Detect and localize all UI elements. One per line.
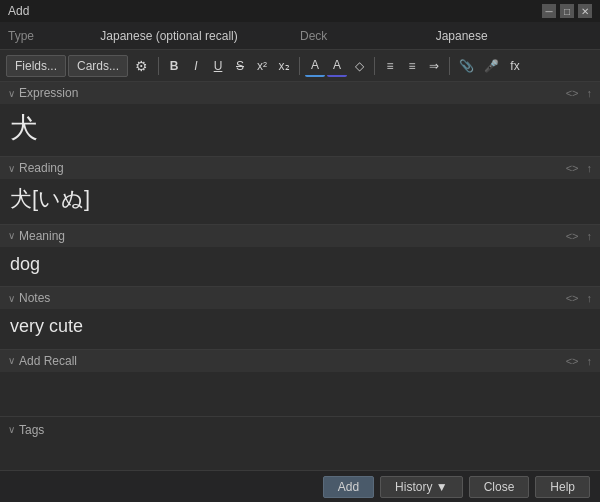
add-recall-header[interactable]: ∨ Add Recall <> ↑ xyxy=(0,350,600,372)
deck-section: Deck Japanese xyxy=(300,29,592,43)
help-button[interactable]: Help xyxy=(535,476,590,498)
expression-label: Expression xyxy=(19,86,78,100)
window-controls: ─ □ ✕ xyxy=(542,4,592,18)
minimize-button[interactable]: ─ xyxy=(542,4,556,18)
attach-button[interactable]: 📎 xyxy=(455,55,478,77)
notes-header[interactable]: ∨ Notes <> ↑ xyxy=(0,287,600,309)
cards-button[interactable]: Cards... xyxy=(68,55,128,77)
deck-label: Deck xyxy=(300,29,327,43)
font-color-icon: A xyxy=(311,58,319,72)
bold-button[interactable]: B xyxy=(164,55,184,77)
history-button[interactable]: History ▼ xyxy=(380,476,463,498)
add-recall-label: Add Recall xyxy=(19,354,77,368)
separator-1 xyxy=(158,57,159,75)
maximize-button[interactable]: □ xyxy=(560,4,574,18)
subscript-button[interactable]: x₂ xyxy=(274,55,294,77)
notes-code-icon: <> xyxy=(566,292,579,304)
add-recall-content[interactable] xyxy=(0,372,600,416)
type-label: Type xyxy=(8,29,34,43)
bottom-bar: Add History ▼ Close Help xyxy=(0,470,600,502)
separator-3 xyxy=(374,57,375,75)
deck-value[interactable]: Japanese xyxy=(331,29,592,43)
add-recall-section: ∨ Add Recall <> ↑ xyxy=(0,350,600,417)
meaning-section: ∨ Meaning <> ↑ dog xyxy=(0,225,600,287)
notes-label: Notes xyxy=(19,291,50,305)
title-bar: Add ─ □ ✕ xyxy=(0,0,600,22)
expression-chevron: ∨ xyxy=(8,88,15,99)
attach-icon: 📎 xyxy=(459,59,474,73)
expression-section: ∨ Expression <> ↑ 犬 xyxy=(0,82,600,157)
reading-header[interactable]: ∨ Reading <> ↑ xyxy=(0,157,600,179)
toolbar: Fields... Cards... ⚙ B I U S x² x₂ A A ◇… xyxy=(0,50,600,82)
expression-code-icon: <> xyxy=(566,87,579,99)
italic-button[interactable]: I xyxy=(186,55,206,77)
tags-header: ∨ Tags xyxy=(8,423,592,437)
add-button[interactable]: Add xyxy=(323,476,374,498)
add-recall-pin-icon: ↑ xyxy=(587,355,593,367)
highlight-icon: A xyxy=(333,58,341,72)
expression-content[interactable]: 犬 xyxy=(0,104,600,156)
bullets-icon: ≡ xyxy=(387,59,394,73)
indent-icon: ⇒ xyxy=(429,59,439,73)
reading-section: ∨ Reading <> ↑ 犬[いぬ] xyxy=(0,157,600,225)
expression-pin-icon: ↑ xyxy=(587,87,593,99)
gear-button[interactable]: ⚙ xyxy=(130,55,153,77)
italic-icon: I xyxy=(194,59,197,73)
numbers-icon: ≡ xyxy=(409,59,416,73)
reading-chevron: ∨ xyxy=(8,163,15,174)
tags-area: ∨ Tags 🏷 xyxy=(0,417,600,438)
bullets-button[interactable]: ≡ xyxy=(380,55,400,77)
eraser-icon: ◇ xyxy=(355,59,364,73)
notes-section: ∨ Notes <> ↑ very cute xyxy=(0,287,600,349)
superscript-icon: x² xyxy=(257,59,267,73)
meaning-chevron: ∨ xyxy=(8,230,15,241)
close-button[interactable]: Close xyxy=(469,476,530,498)
separator-2 xyxy=(299,57,300,75)
formula-button[interactable]: fx xyxy=(505,55,525,77)
reading-label: Reading xyxy=(19,161,64,175)
eraser-button[interactable]: ◇ xyxy=(349,55,369,77)
superscript-button[interactable]: x² xyxy=(252,55,272,77)
meaning-pin-icon: ↑ xyxy=(587,230,593,242)
numbers-button[interactable]: ≡ xyxy=(402,55,422,77)
meaning-label: Meaning xyxy=(19,229,65,243)
underline-button[interactable]: U xyxy=(208,55,228,77)
expression-header[interactable]: ∨ Expression <> ↑ xyxy=(0,82,600,104)
highlight-button[interactable]: A xyxy=(327,55,347,77)
strikethrough-icon: S xyxy=(236,59,244,73)
main-content: ∨ Expression <> ↑ 犬 ∨ Reading <> ↑ 犬[いぬ] xyxy=(0,82,600,438)
close-window-button[interactable]: ✕ xyxy=(578,4,592,18)
notes-chevron: ∨ xyxy=(8,293,15,304)
formula-icon: fx xyxy=(510,59,519,73)
meaning-header[interactable]: ∨ Meaning <> ↑ xyxy=(0,225,600,247)
expression-value[interactable]: 犬 xyxy=(10,110,590,146)
type-deck-row: Type Japanese (optional recall) Deck Jap… xyxy=(0,22,600,50)
font-color-button[interactable]: A xyxy=(305,55,325,77)
record-icon: 🎤 xyxy=(484,59,499,73)
tags-label: Tags xyxy=(19,423,44,437)
notes-pin-icon: ↑ xyxy=(587,292,593,304)
indent-button[interactable]: ⇒ xyxy=(424,55,444,77)
notes-value[interactable]: very cute xyxy=(10,315,590,338)
reading-code-icon: <> xyxy=(566,162,579,174)
bold-icon: B xyxy=(170,59,179,73)
add-recall-chevron: ∨ xyxy=(8,355,15,366)
type-section: Type Japanese (optional recall) xyxy=(8,29,300,43)
type-value[interactable]: Japanese (optional recall) xyxy=(38,29,300,43)
reading-pin-icon: ↑ xyxy=(587,162,593,174)
strikethrough-button[interactable]: S xyxy=(230,55,250,77)
reading-content[interactable]: 犬[いぬ] xyxy=(0,179,600,224)
separator-4 xyxy=(449,57,450,75)
meaning-content[interactable]: dog xyxy=(0,247,600,286)
tags-chevron: ∨ xyxy=(8,424,15,435)
record-button[interactable]: 🎤 xyxy=(480,55,503,77)
reading-value[interactable]: 犬[いぬ] xyxy=(10,185,590,214)
notes-content[interactable]: very cute xyxy=(0,309,600,348)
fields-button[interactable]: Fields... xyxy=(6,55,66,77)
window-title: Add xyxy=(8,4,29,18)
underline-icon: U xyxy=(214,59,223,73)
add-recall-code-icon: <> xyxy=(566,355,579,367)
meaning-value[interactable]: dog xyxy=(10,253,590,276)
gear-icon: ⚙ xyxy=(135,58,148,74)
meaning-code-icon: <> xyxy=(566,230,579,242)
